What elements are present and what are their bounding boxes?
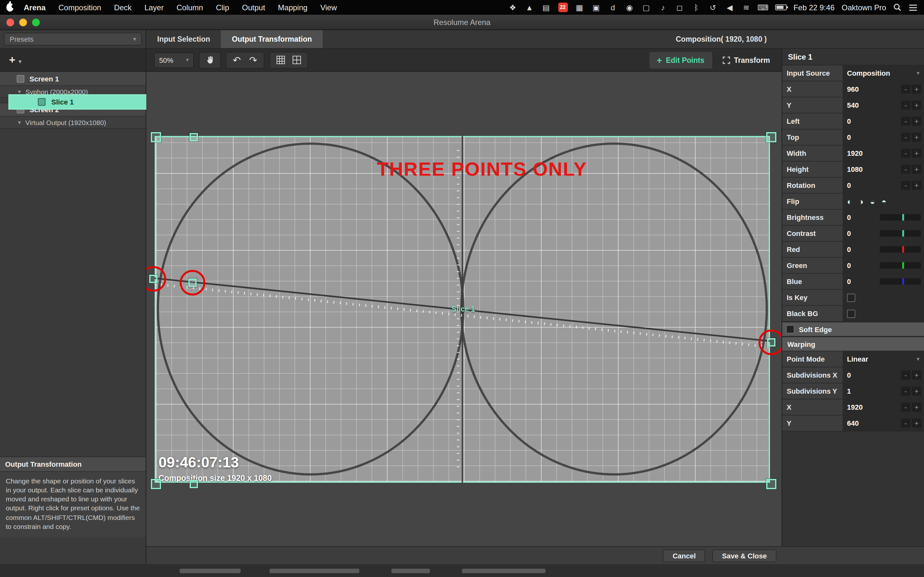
value-field-green[interactable]: 0	[847, 261, 851, 269]
slice-preview[interactable]: THREE POINTS ONLY Slice 1 09:46:07:13 Co…	[155, 136, 770, 483]
menu-output[interactable]: Output	[242, 3, 265, 12]
value-field-x[interactable]: 1920	[847, 403, 863, 411]
decrement-button[interactable]: -	[901, 85, 911, 93]
warp-handle-top[interactable]	[190, 133, 198, 141]
warp-handle-bottom[interactable]	[190, 480, 198, 488]
disclosure-triangle-icon[interactable]: ▾	[18, 119, 21, 126]
bluetooth-icon[interactable]: ᛒ	[691, 3, 701, 12]
decrement-button[interactable]: -	[901, 149, 911, 158]
decrement-button[interactable]: -	[901, 181, 911, 190]
corner-handle-top-right[interactable]	[766, 132, 776, 142]
corner-handle-bottom-left[interactable]	[151, 479, 161, 489]
show-quad-grid-button[interactable]	[286, 52, 308, 68]
decrement-button[interactable]: -	[901, 387, 911, 396]
value-field-blue[interactable]: 0	[847, 277, 851, 285]
checkbox-is-key[interactable]	[847, 293, 855, 301]
decrement-button[interactable]: -	[901, 403, 911, 412]
slider-brightness[interactable]	[880, 214, 921, 221]
menu-deck[interactable]: Deck	[114, 3, 132, 12]
dropbox-icon[interactable]: ❖	[508, 3, 517, 12]
midi-icon[interactable]: ♪	[658, 3, 668, 12]
browser-icon[interactable]: ◉	[625, 3, 634, 12]
slider-red[interactable]	[880, 246, 921, 253]
mirror-h-icon[interactable]: ◒	[870, 197, 875, 206]
checkbox-soft-edge[interactable]	[786, 325, 795, 334]
corner-handle-top-left[interactable]	[151, 132, 161, 142]
input-source-icon[interactable]: ⌨	[758, 3, 768, 12]
warp-point-right[interactable]	[767, 338, 775, 347]
increment-button[interactable]: +	[912, 181, 921, 190]
sidecar-icon[interactable]: ▣	[591, 3, 601, 12]
value-field-subdivisions-x[interactable]: 0	[847, 371, 851, 379]
tab-output-transformation[interactable]: Output Transformation	[221, 30, 323, 48]
docker-icon[interactable]: d	[608, 3, 618, 12]
screen-mirroring-icon[interactable]: ▦	[575, 3, 584, 12]
menu-layer[interactable]: Layer	[144, 3, 164, 12]
corner-handle-bottom-right[interactable]	[766, 479, 776, 489]
section-soft-edge[interactable]: Soft Edge	[782, 322, 924, 337]
menu-view[interactable]: View	[320, 3, 337, 12]
visibility-checkbox[interactable]	[17, 75, 24, 82]
value-field-width[interactable]: 1920	[847, 149, 863, 157]
increment-button[interactable]: +	[912, 149, 921, 158]
value-field-subdivisions-y[interactable]: 1	[847, 387, 851, 395]
cancel-button[interactable]: Cancel	[663, 549, 705, 562]
slider-green[interactable]	[880, 262, 921, 269]
increment-button[interactable]: +	[912, 85, 921, 93]
decrement-button[interactable]: -	[901, 419, 911, 428]
checkbox-black-bg[interactable]	[847, 309, 855, 318]
value-field-rotation[interactable]: 0	[847, 181, 851, 189]
menubar-clock[interactable]: Feb 22 9:46	[793, 3, 835, 12]
decrement-button[interactable]: -	[901, 117, 911, 126]
volume-icon[interactable]: ◀	[725, 3, 734, 12]
add-menu-chevron-icon[interactable]: ▾	[19, 58, 21, 64]
disclosure-triangle-icon[interactable]: ▾	[18, 89, 21, 95]
dropdown-point-mode[interactable]: Linear▾	[843, 351, 924, 367]
dropdown-input-source[interactable]: Composition▾	[843, 65, 924, 81]
value-field-left[interactable]: 0	[847, 117, 851, 125]
value-field-contrast[interactable]: 0	[847, 229, 851, 237]
time-machine-icon[interactable]: ↺	[708, 3, 718, 12]
flip-h-icon[interactable]: ◐	[847, 197, 852, 206]
value-field-y[interactable]: 640	[847, 419, 859, 427]
menu-composition[interactable]: Composition	[58, 3, 101, 12]
value-field-height[interactable]: 1080	[847, 165, 863, 173]
value-field-brightness[interactable]: 0	[847, 213, 851, 221]
menubar-account[interactable]: Oaktown Pro	[842, 3, 886, 12]
print-icon[interactable]: ▤	[541, 3, 551, 12]
apple-menu-icon[interactable]	[6, 3, 13, 11]
slider-blue[interactable]	[880, 278, 921, 285]
save-close-button[interactable]: Save & Close	[712, 549, 776, 562]
increment-button[interactable]: +	[912, 133, 921, 142]
notification-center-icon[interactable]	[909, 3, 918, 11]
increment-button[interactable]: +	[912, 101, 921, 110]
zoom-dropdown[interactable]: 50% ▾	[154, 52, 194, 68]
tree-item-screen-1-0[interactable]: Screen 1	[0, 72, 145, 86]
pan-tool-button[interactable]	[199, 52, 221, 68]
increment-button[interactable]: +	[912, 165, 921, 174]
value-field-top[interactable]: 0	[847, 133, 851, 141]
presets-dropdown[interactable]: Presets ▾	[4, 33, 142, 45]
increment-button[interactable]: +	[912, 419, 921, 428]
wifi-icon[interactable]: ≋	[741, 3, 751, 12]
slider-contrast[interactable]	[880, 230, 921, 237]
menu-column[interactable]: Column	[176, 3, 203, 12]
increment-button[interactable]: +	[912, 403, 921, 412]
minimize-window-button[interactable]	[19, 19, 27, 26]
menu-mapping[interactable]: Mapping	[278, 3, 307, 12]
value-field-x[interactable]: 960	[847, 85, 859, 93]
tab-input-selection[interactable]: Input Selection	[146, 30, 221, 48]
decrement-button[interactable]: -	[901, 133, 911, 142]
increment-button[interactable]: +	[912, 117, 921, 126]
window-titlebar[interactable]: Resolume Arena	[0, 15, 924, 30]
mirror-v-icon[interactable]: ◓	[881, 197, 887, 206]
edit-points-button[interactable]: + Edit Points	[649, 52, 712, 68]
flip-v-icon[interactable]: ◑	[859, 197, 864, 206]
decrement-button[interactable]: -	[901, 165, 911, 174]
display-icon[interactable]: ▢	[641, 3, 651, 12]
add-button[interactable]: +	[9, 55, 15, 65]
decrement-button[interactable]: -	[901, 101, 911, 110]
battery-icon[interactable]	[775, 5, 787, 10]
menu-clip[interactable]: Clip	[216, 3, 229, 12]
close-window-button[interactable]	[6, 19, 14, 26]
